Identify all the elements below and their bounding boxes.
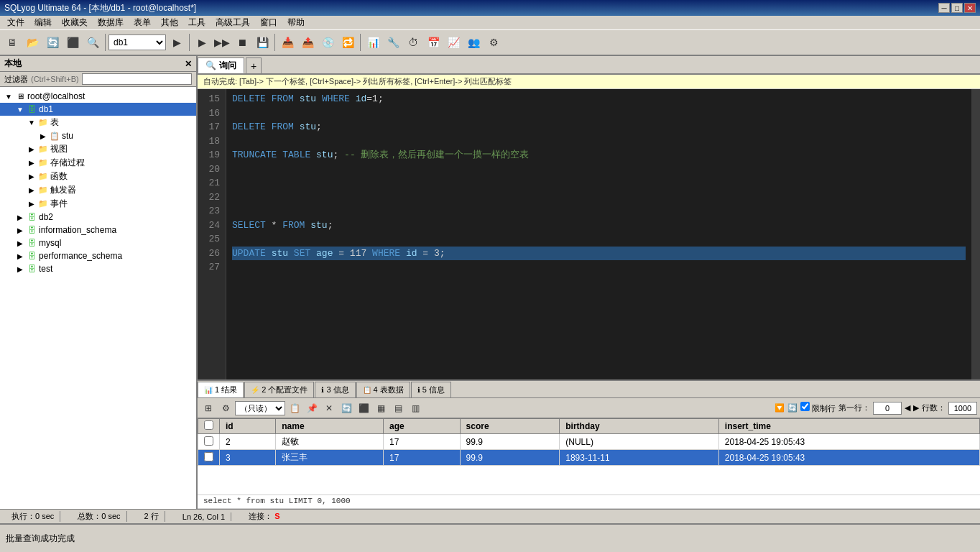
res-tb-delete[interactable]: ✕: [321, 400, 337, 416]
menu-window[interactable]: 窗口: [256, 16, 282, 29]
tb-scheduler[interactable]: 📅: [424, 33, 443, 52]
col-header-id[interactable]: id: [220, 419, 276, 434]
tree-node-tables[interactable]: ▼ 📁 表: [0, 116, 196, 129]
table-row[interactable]: 2 赵敏 17 99.9 (NULL) 2018-04-25 19:05:43: [198, 434, 980, 450]
select-all-checkbox[interactable]: [204, 420, 213, 430]
res-tb-grid3[interactable]: ▥: [407, 400, 423, 416]
tree-node-mysql[interactable]: ▶ 🗄 mysql: [0, 236, 196, 249]
tree-toggle-events[interactable]: ▶: [26, 198, 37, 210]
tree-toggle-db1[interactable]: ▼: [14, 104, 26, 115]
results-tab-1[interactable]: 📊 1 结果: [198, 382, 244, 397]
menu-advanced[interactable]: 高级工具: [211, 16, 254, 29]
tree-node-views[interactable]: ▶ 📁 视图: [0, 142, 196, 156]
tb-execute-all[interactable]: ▶▶: [213, 33, 231, 52]
results-tab-5[interactable]: ℹ 5 信息: [411, 382, 451, 397]
tb-import[interactable]: 📥: [278, 33, 297, 52]
tree-node-information_schema[interactable]: ▶ 🗄 information_schema: [0, 224, 196, 236]
tree-toggle-test[interactable]: ▶: [14, 263, 26, 275]
res-tb-first[interactable]: ⊞: [200, 400, 216, 416]
tb-nav[interactable]: 🔍: [83, 33, 102, 52]
tree-node-db1[interactable]: ▼ 🗄 db1: [0, 103, 196, 116]
tb-refresh[interactable]: 🔄: [43, 33, 62, 52]
res-tb-paste[interactable]: 📌: [304, 400, 320, 416]
first-row-input[interactable]: [873, 402, 902, 415]
col-header-name[interactable]: name: [276, 419, 384, 434]
next-icon[interactable]: ▶: [913, 403, 919, 413]
tb-settings[interactable]: ⚙: [484, 33, 503, 52]
row-select-1[interactable]: [204, 436, 213, 446]
tb-open[interactable]: 📂: [23, 33, 42, 52]
minimize-button[interactable]: ─: [938, 3, 950, 13]
limit-row-checkbox[interactable]: [800, 402, 810, 411]
menu-help[interactable]: 帮助: [283, 16, 309, 29]
col-header-birthday[interactable]: birthday: [560, 419, 719, 434]
close-panel-icon[interactable]: ✕: [185, 59, 192, 69]
menu-favorites[interactable]: 收藏夹: [57, 16, 92, 29]
res-tb-grid2[interactable]: ▤: [390, 400, 406, 416]
tb-query-builder[interactable]: 🔧: [384, 33, 402, 52]
tree-node-test[interactable]: ▶ 🗄 test: [0, 262, 196, 275]
row-count-input[interactable]: [948, 402, 977, 415]
tb-execute[interactable]: ▶: [193, 33, 211, 52]
tree-toggle-mysql[interactable]: ▶: [14, 237, 26, 249]
tb-history[interactable]: ⏱: [404, 33, 422, 52]
editor-area[interactable]: 15 16 17 18 19 20 21 22 23 24 25 26 27 D…: [198, 89, 980, 380]
db-dropdown[interactable]: db1: [108, 34, 166, 50]
menu-other[interactable]: 其他: [157, 16, 182, 29]
res-readonly-dropdown[interactable]: （只读）: [235, 401, 285, 415]
tree-toggle-views[interactable]: ▶: [26, 144, 37, 155]
tree-node-triggers[interactable]: ▶ 📁 触发器: [0, 183, 196, 197]
tb-backup[interactable]: 💿: [318, 33, 337, 52]
tb-monitor[interactable]: 📈: [444, 33, 463, 52]
row-checkbox-2[interactable]: [198, 450, 220, 466]
tree-toggle-db2[interactable]: ▶: [14, 211, 26, 223]
menu-tools[interactable]: 工具: [184, 16, 210, 29]
tree-node-root[interactable]: ▼ 🖥 root@localhost: [0, 90, 196, 103]
col-header-insert_time[interactable]: insert_time: [718, 419, 979, 434]
tb-restore[interactable]: 🔁: [338, 33, 357, 52]
res-tb-copy[interactable]: 📋: [287, 400, 302, 416]
editor-scrollbar[interactable]: [971, 89, 980, 380]
tree-node-db2[interactable]: ▶ 🗄 db2: [0, 211, 196, 224]
tb-stop-query[interactable]: ⏹: [233, 33, 251, 52]
row-select-2[interactable]: [204, 452, 213, 461]
results-tab-4[interactable]: 📋 4 表数据: [356, 382, 410, 397]
tree-toggle-performance_schema[interactable]: ▶: [14, 250, 26, 262]
res-tb-config[interactable]: ⚙: [218, 400, 234, 416]
menu-file[interactable]: 文件: [3, 16, 29, 29]
tb-schema[interactable]: 📊: [364, 33, 382, 52]
tb-stop[interactable]: ⬛: [63, 33, 82, 52]
db-selector[interactable]: db1 ▶: [108, 33, 186, 52]
tree-node-stu[interactable]: ▶ 📋 stu: [0, 129, 196, 142]
tb-users[interactable]: 👥: [464, 33, 483, 52]
maximize-button[interactable]: □: [951, 3, 963, 13]
col-header-score[interactable]: score: [460, 419, 560, 434]
filter-input[interactable]: [82, 73, 192, 85]
tree-toggle-procedures[interactable]: ▶: [26, 157, 37, 169]
menu-database[interactable]: 数据库: [93, 16, 128, 29]
tree-toggle-triggers[interactable]: ▶: [26, 185, 37, 196]
tb-export[interactable]: 📤: [298, 33, 317, 52]
tb-db-go[interactable]: ▶: [167, 33, 186, 52]
tree-toggle-functions[interactable]: ▶: [26, 171, 37, 183]
col-header-age[interactable]: age: [384, 419, 461, 434]
tree-node-performance_schema[interactable]: ▶ 🗄 performance_schema: [0, 249, 196, 262]
row-checkbox-1[interactable]: [198, 434, 220, 450]
tb-new-connection[interactable]: 🖥: [3, 33, 22, 52]
menu-table[interactable]: 表单: [129, 16, 155, 29]
res-tb-refresh[interactable]: 🔄: [338, 400, 354, 416]
tab-add-button[interactable]: +: [246, 58, 262, 73]
close-button[interactable]: ✕: [964, 3, 976, 13]
tb-save[interactable]: 💾: [253, 33, 272, 52]
prev-icon[interactable]: ◀: [905, 403, 910, 413]
tree-toggle-tables[interactable]: ▼: [26, 117, 37, 129]
res-tb-grid1[interactable]: ▦: [373, 400, 389, 416]
tree-toggle-information_schema[interactable]: ▶: [14, 224, 26, 236]
tree-node-functions[interactable]: ▶ 📁 函数: [0, 170, 196, 183]
results-tab-3[interactable]: ℹ 3 信息: [315, 382, 355, 397]
menu-edit[interactable]: 编辑: [30, 16, 56, 29]
tree-toggle-root[interactable]: ▼: [3, 91, 14, 102]
table-row[interactable]: 3 张三丰 17 99.9 1893-11-11 2018-04-25 19:0…: [198, 450, 980, 466]
results-tab-2[interactable]: ⚡ 2 个配置文件: [244, 382, 314, 397]
res-tb-stop[interactable]: ⬛: [356, 400, 371, 416]
